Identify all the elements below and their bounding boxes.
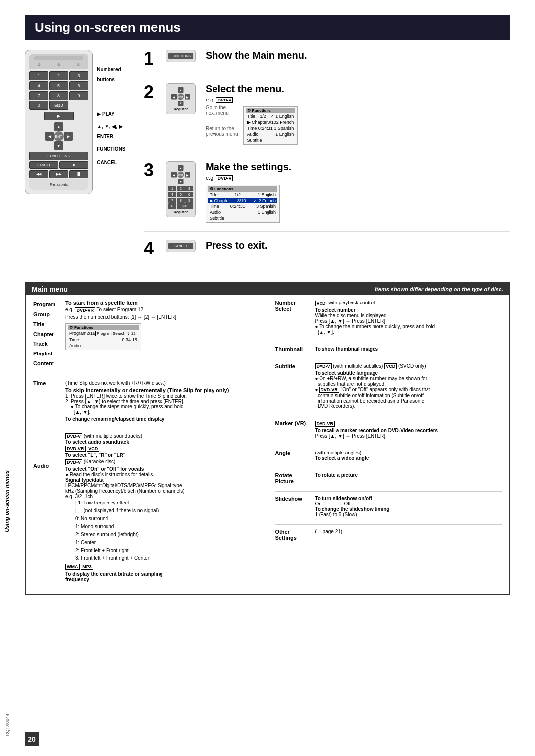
btn-0[interactable]: 0	[29, 101, 48, 110]
btn-1[interactable]: 1	[29, 71, 48, 80]
extra-btn[interactable]: ■	[59, 161, 89, 169]
prog-func-row-time: Time 0:34:15	[68, 337, 139, 343]
mini-btn-6[interactable]: 6	[185, 192, 193, 197]
label-content: Content	[33, 359, 60, 369]
other-label-col: Other Settings	[275, 529, 310, 541]
btn-3[interactable]: 3	[69, 71, 88, 80]
btn-9[interactable]: 9	[69, 91, 88, 100]
label-rotate: Rotate	[275, 472, 310, 478]
functions-btn[interactable]: FUNCTIONS	[29, 152, 88, 160]
btn-5[interactable]: 5	[49, 81, 68, 90]
angle-desc: (with multiple angles) To select a video…	[315, 450, 369, 461]
rotate-desc: To rotate a picture	[315, 472, 358, 484]
btn-2[interactable]: 2	[49, 71, 68, 80]
nav-up-btn[interactable]: ▲	[54, 122, 63, 131]
mini-btn-2[interactable]: 2	[177, 186, 185, 191]
nav-cross: ▲ ▼ ◀ ▶ ENT	[45, 122, 73, 150]
audio-label-col: Audio	[33, 463, 60, 469]
audio-karaoke: DVD-V (Karaoke disc)	[65, 459, 185, 465]
mini-btn-7[interactable]: 7	[168, 198, 176, 203]
func-row-title: Title 1/2 ✓ 1 English	[246, 113, 296, 119]
step-2-title: Select the menu.	[206, 83, 510, 95]
menu-group-thumbnail: Thumbnail To show thumbnail images	[275, 346, 502, 352]
slideshow-label-col: Slideshow	[275, 496, 310, 517]
menu-group-rotate: Rotate Picture To rotate a picture	[275, 472, 502, 484]
page-number: 20	[25, 732, 39, 746]
func3-row-title: Title 1/2 1 English	[208, 192, 277, 198]
step-1-remote-img: FUNCTIONS	[166, 50, 198, 62]
main-menu-note: Items shown differ depending on the type…	[375, 286, 503, 292]
btn-8[interactable]: 8	[49, 91, 68, 100]
dvdvr-badge-sub: DVD-VR	[319, 387, 339, 393]
nav-left-btn[interactable]: ◀	[45, 132, 54, 141]
number-desc: VCD with playback control To select numb…	[315, 300, 435, 334]
step2-menu-area: Go to thenext menu Return to theprevious…	[206, 105, 510, 146]
ac-6: 1: Center	[75, 539, 185, 547]
dvdv-karaoke-badge: DVD-V	[65, 459, 82, 465]
main-menu-section: Main menu Items shown differ depending o…	[25, 282, 510, 595]
nav-label: ▲, ▼, ◀, ▶ ENTER	[97, 122, 134, 142]
extra2[interactable]: ▶▶	[49, 170, 68, 178]
slideshow-row: Slideshow To turn slideshow on/off On ←—…	[275, 496, 502, 517]
marker-press: Press [▲, ▼] → Press [ENTER].	[315, 433, 438, 439]
number-vcd-note: VCD with playback control	[315, 300, 435, 306]
subtitle-contain: contain subtitle on/off information (Sub…	[315, 393, 430, 398]
numbered-buttons-label: Numbered buttons	[97, 65, 134, 85]
menu-group-time: Time (Time Slip does not work with +R/+R…	[33, 380, 260, 422]
extra1[interactable]: ◀◀	[29, 170, 48, 178]
mini-btn-1[interactable]: 1	[168, 186, 176, 191]
menu-group-audio: Audio DVD-V (with multiple soundtracks) …	[33, 433, 260, 582]
angle-multiple: (with multiple angles)	[315, 450, 369, 455]
label-angle: Angle	[275, 450, 310, 456]
slideshow-timing: To change the slideshow timing	[315, 506, 390, 512]
time-steps: 1 Press [ENTER] twice to show the Time S…	[65, 393, 229, 415]
time-label-col: Time	[33, 380, 60, 386]
time-desc-title: To skip incrementally or decrementally (…	[65, 387, 229, 393]
main-menu-right: Number Select VCD with playback control …	[268, 295, 510, 594]
nav-down-btn[interactable]: ▼	[54, 141, 63, 150]
extra-buttons: ◀◀ ▶▶ ▐▌	[29, 170, 88, 178]
mini-btn-10[interactable]: ⊞10	[177, 203, 193, 209]
remote-area: ⊙⊙⊙ 1 2 3 4 5 6 7 8 9	[25, 50, 134, 272]
program-functions-box: ⚙ Functions Program 2/16 Program Search …	[65, 323, 141, 350]
step-2-desc: e.g. DVD-V	[206, 97, 510, 103]
btn-6[interactable]: 6	[69, 81, 88, 90]
play-btn[interactable]: ▶	[44, 112, 74, 120]
step-2: 2 ▲ ▼ ◀ ▶ ENT Register	[144, 83, 510, 153]
cancel-btn[interactable]: CANCEL	[29, 161, 58, 169]
btn-7[interactable]: 7	[29, 91, 48, 100]
nav-right-btn[interactable]: ▶	[64, 132, 73, 141]
enter-btn[interactable]: ENT	[54, 131, 64, 141]
step3-functions-box: ⚙ Functions Title 1/2 1 English ▶ Chapte…	[206, 185, 280, 223]
main-menu-left: Program Group Title Chapter Track Playli…	[26, 295, 268, 594]
mini-btn-9[interactable]: 9	[185, 198, 193, 203]
btn-10[interactable]: ⊞10	[49, 101, 68, 110]
mini-btn-3[interactable]: 3	[185, 186, 193, 191]
other-page: (→ page 21)	[315, 529, 343, 534]
step3-remote: ▲ ▼ ◀ ▶ ENT 1 2 3 4 5	[166, 161, 196, 217]
func3-title: ⚙ Functions	[208, 186, 277, 192]
time-group-row: Time (Time Slip does not work with +R/+R…	[33, 380, 260, 422]
menu-group-angle: Angle (with multiple angles) To select a…	[275, 450, 502, 461]
mini-btn-0[interactable]: 0	[168, 203, 176, 209]
rotate-title: To rotate a picture	[315, 472, 358, 478]
cancel-label: CANCEL	[97, 158, 134, 168]
remote-top: ⊙⊙⊙	[29, 54, 88, 69]
prog-func-row-program: Program 2/16 Program Search ⇕ 12	[68, 330, 139, 337]
btn-4[interactable]: 4	[29, 81, 48, 90]
ac-5: 2: Stereo surround (left/right)	[75, 531, 185, 539]
label-other: Other	[275, 529, 310, 535]
mini-btn-8[interactable]: 8	[177, 198, 185, 203]
func3-row-time: Time 0:24:31 3 Spanish	[208, 203, 277, 209]
marker-row: Marker (VR) DVD-VR To recall a marker re…	[275, 420, 502, 438]
extra3[interactable]: ▐▌	[69, 170, 88, 178]
step-3-desc: e.g. DVD-V	[206, 175, 510, 181]
mini-btn-5[interactable]: 5	[177, 192, 185, 197]
subtitle-row: Subtitle DVD-V (with multiple subtitles)…	[275, 363, 502, 409]
dvdvr-badge-audio: DVD-VR	[65, 446, 86, 452]
step-4: 4 CANCEL Press to exit.	[144, 240, 510, 264]
prog-func-title: ⚙ Functions	[68, 325, 139, 330]
mini-btn-4[interactable]: 4	[168, 192, 176, 197]
func3-row-chapter: ▶ Chapter 3/10 ✓ 2 French	[208, 198, 277, 203]
program-desc-title: To start from a specific item	[65, 300, 176, 306]
